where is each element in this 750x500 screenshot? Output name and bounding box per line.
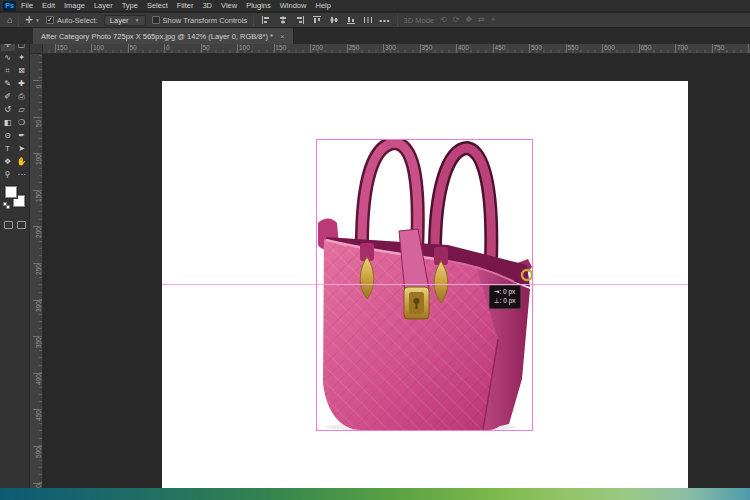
home-icon[interactable]: ⌂ [7,16,12,25]
menu-item-edit[interactable]: Edit [42,1,55,10]
tooltip-vertical-distance: ⊥: 0 px [494,297,516,306]
eyedropper-tool[interactable]: ✎ [1,77,15,90]
clone-stamp-tool[interactable]: ⎙ [15,90,29,103]
move-tool-indicator[interactable]: ✛ ▼ [25,15,40,25]
ruler-tick [274,44,275,53]
ruler-label: 450 [495,44,506,51]
ruler-tick [675,44,676,53]
align-bottom-icon[interactable] [345,15,356,26]
frame-tool[interactable]: ⊠ [15,64,29,77]
menu-items: FileEditImageLayerTypeSelectFilter3DView… [21,1,331,10]
eraser-tool[interactable]: ▱ [15,103,29,116]
menu-item-image[interactable]: Image [64,1,85,10]
3d-camera-icon[interactable]: ⌖ [491,15,496,25]
dodge-tool[interactable]: ⊝ [1,129,15,142]
pen-tool[interactable]: ✒ [15,129,29,142]
ruler-tick [456,44,457,53]
3d-roll-icon[interactable]: ⟳ [453,15,460,25]
layer-mode-select[interactable]: Layer ▼ [104,15,146,26]
ruler-tick [712,44,713,53]
type-tool[interactable]: T [1,142,15,155]
crop-tool[interactable]: ⌗ [1,64,15,77]
align-center-horizontal-icon[interactable] [277,15,288,26]
ruler-label: 50 [35,116,42,130]
menu-item-type[interactable]: Type [122,1,138,10]
document-canvas[interactable]: ⇥: 0 px ⊥: 0 px [162,81,688,488]
checkbox-checked-icon: ✓ [46,16,54,24]
ruler-origin-corner[interactable] [30,44,43,54]
foreground-color-swatch[interactable] [5,186,17,198]
ruler-label: 200 [312,44,323,51]
menu-item-window[interactable]: Window [280,1,307,10]
auto-select-label: Auto-Select: [57,16,98,25]
ruler-label: 550 [568,44,579,51]
more-options-icon[interactable]: ••• [379,16,390,25]
ruler-label: 250 [35,263,42,277]
ruler-tick [602,44,603,53]
ruler-tick [55,44,56,53]
blur-tool[interactable]: ❍ [15,116,29,129]
tooltip-horizontal-distance: ⇥: 0 px [494,288,516,297]
3d-pan-icon[interactable]: ✥ [465,15,472,25]
show-transform-checkbox[interactable]: Show Transform Controls [152,16,248,25]
document-tab-title: After Category Photo 725px X 565px.jpg @… [41,32,273,41]
ruler-label: 400 [458,44,469,51]
3d-slide-icon[interactable]: ⇄ [478,15,485,25]
lasso-tool[interactable]: ∿ [1,51,15,64]
canvas-viewport[interactable]: ⇥: 0 px ⊥: 0 px [43,54,750,488]
ruler-tick [748,44,749,53]
tab-close-icon[interactable]: × [280,32,285,41]
align-left-icon[interactable] [260,15,271,26]
color-swatches [2,185,30,215]
gradient-tool[interactable]: ◧ [1,116,15,129]
show-transform-label: Show Transform Controls [163,16,248,25]
zoom-tool[interactable]: ⚲ [1,168,15,181]
vertical-ruler[interactable]: 050100150200250300350400450500550 [30,54,43,488]
ruler-label: 450 [35,409,42,423]
shape-tool[interactable]: ❖ [1,155,15,168]
history-brush-tool[interactable]: ↺ [1,103,15,116]
ruler-label: 350 [422,44,433,51]
ruler-label: 50 [130,44,137,51]
ruler-tick [91,44,92,53]
move-icon: ✛ [25,15,33,25]
align-right-icon[interactable] [294,15,305,26]
ruler-tick [529,44,530,53]
object-selection-tool[interactable]: ✦ [15,51,29,64]
ruler-tick [237,44,238,53]
ruler-label: 500 [35,446,42,460]
menu-item-3d[interactable]: 3D [202,1,212,10]
3d-mode-label: 3D Mode [404,16,434,25]
align-middle-vertical-icon[interactable] [328,15,339,26]
document-tab[interactable]: After Category Photo 725px X 565px.jpg @… [33,28,294,44]
quick-mask-icon[interactable] [4,221,13,229]
3d-orbit-icon[interactable]: ⟲ [440,15,447,25]
measurement-tooltip: ⇥: 0 px ⊥: 0 px [489,285,521,309]
photoshop-logo-icon: Ps [3,1,16,11]
auto-select-checkbox[interactable]: ✓ Auto-Select: [46,16,98,25]
menu-item-help[interactable]: Help [315,1,330,10]
ruler-label: 650 [641,44,652,51]
screen-mode-icon[interactable] [17,221,26,229]
brush-tool[interactable]: ✐ [1,90,15,103]
healing-brush-tool[interactable]: ✚ [15,77,29,90]
menu-item-layer[interactable]: Layer [94,1,113,10]
align-top-icon[interactable] [311,15,322,26]
tab-bar: After Category Photo 725px X 565px.jpg @… [0,28,750,44]
horizontal-ruler[interactable]: 1501005005010015020025030035040045050055… [43,44,750,54]
distribute-icon[interactable] [362,15,373,26]
menu-item-view[interactable]: View [221,1,237,10]
ruler-label: 300 [385,44,396,51]
default-colors-icon[interactable] [3,202,11,209]
path-selection-tool[interactable]: ➤ [15,142,29,155]
ruler-label: 0 [166,44,170,51]
menu-item-plugins[interactable]: Plugins [246,1,271,10]
edit-toolbar[interactable]: ⋯ [15,168,29,181]
menu-item-select[interactable]: Select [147,1,168,10]
menu-item-file[interactable]: File [21,1,33,10]
separator [253,15,254,26]
ruler-label: 700 [677,44,688,51]
menu-item-filter[interactable]: Filter [177,1,194,10]
separator [397,15,398,26]
hand-tool[interactable]: ✋ [15,155,29,168]
